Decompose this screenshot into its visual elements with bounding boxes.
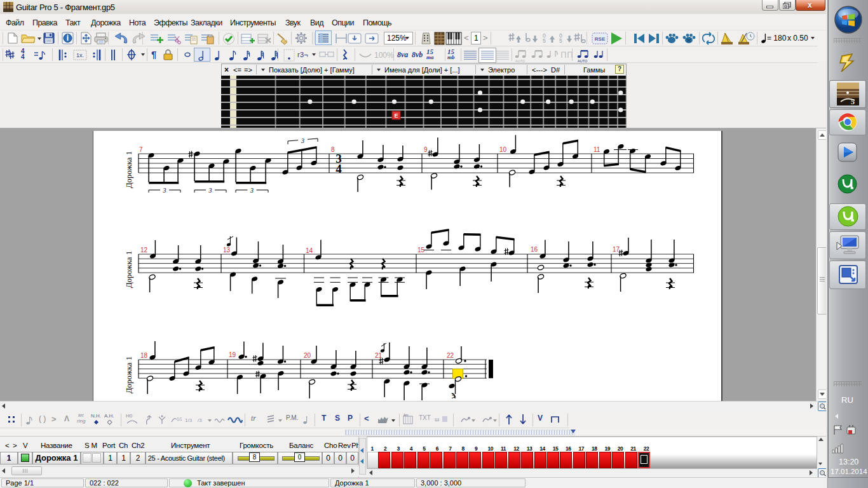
svg-text:8: 8 [331, 146, 335, 153]
svg-text:Дорожка 1: Дорожка 1 [124, 356, 133, 394]
svg-text:14: 14 [306, 247, 313, 254]
svg-text:20: 20 [304, 352, 311, 359]
svg-text:21: 21 [375, 352, 383, 359]
svg-text:/3: /3 [198, 417, 202, 423]
svg-text:12: 12 [140, 247, 148, 254]
svg-text:18: 18 [140, 352, 148, 359]
svg-text:1x.: 1x. [76, 52, 84, 58]
svg-text:1/2: 1/2 [177, 417, 182, 421]
svg-text:13: 13 [223, 247, 231, 254]
svg-text:17: 17 [613, 246, 620, 253]
svg-text:7: 7 [139, 146, 143, 153]
svg-text:4: 4 [336, 162, 342, 175]
svg-text:22: 22 [447, 352, 454, 359]
svg-text:RSE: RSE [595, 36, 606, 42]
svg-text:3: 3 [250, 187, 254, 194]
svg-text:10: 10 [499, 146, 507, 153]
svg-text:3: 3 [301, 137, 304, 144]
svg-text:16: 16 [531, 246, 538, 253]
svg-text:Дорожка 1: Дорожка 1 [124, 251, 133, 288]
svg-text:3: 3 [163, 187, 166, 194]
svg-text:Дорожка 1: Дорожка 1 [124, 151, 133, 189]
svg-text:11: 11 [593, 146, 600, 153]
svg-text:1/3: 1/3 [185, 417, 193, 423]
svg-text:15: 15 [417, 247, 425, 254]
svg-text:9: 9 [424, 146, 428, 153]
svg-text:19: 19 [229, 351, 236, 358]
svg-text:5: 5 [851, 97, 855, 105]
svg-text:3: 3 [208, 187, 212, 194]
svg-text:E: E [394, 112, 398, 119]
svg-text:Am: Am [403, 414, 409, 417]
svg-text:>: > [452, 393, 456, 400]
svg-text:ш: ш [435, 416, 439, 423]
